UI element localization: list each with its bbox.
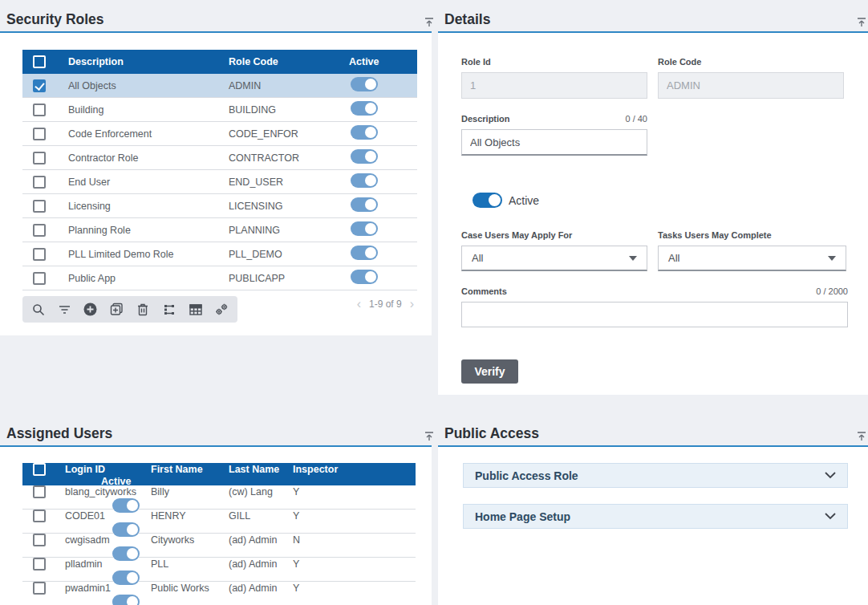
column-header-last-name: Last Name [229, 464, 293, 475]
table-toolbar [22, 296, 237, 323]
add-icon[interactable] [83, 302, 97, 316]
cell-description: Building [68, 104, 229, 116]
table-row[interactable]: Licensing LICENSING [22, 194, 417, 218]
row-checkbox[interactable] [33, 558, 46, 570]
row-checkbox[interactable] [33, 534, 46, 546]
active-toggle[interactable] [112, 498, 140, 513]
select-all-checkbox[interactable] [33, 463, 46, 476]
description-counter: 0 / 40 [625, 114, 647, 124]
description-field[interactable] [461, 129, 647, 156]
collapse-panel-icon[interactable] [423, 16, 436, 29]
active-toggle[interactable] [351, 149, 378, 164]
active-toggle[interactable] [351, 270, 378, 284]
table-row[interactable]: Building BUILDING [22, 98, 417, 122]
active-toggle[interactable] [351, 246, 378, 260]
active-toggle[interactable] [351, 77, 378, 91]
chevron-left-icon[interactable]: ‹ [357, 298, 361, 311]
comments-field[interactable] [461, 302, 848, 327]
cell-login-id: pwadmin1 [65, 583, 151, 594]
active-toggle[interactable] [351, 173, 378, 188]
role-code-field[interactable] [658, 72, 844, 99]
cell-inspector: Y [293, 510, 416, 522]
row-checkbox[interactable] [33, 176, 46, 189]
copy-add-icon[interactable] [110, 302, 124, 316]
table-row[interactable]: PLL Limited Demo Role PLL_DEMO [22, 242, 417, 266]
row-checkbox[interactable] [33, 510, 46, 522]
table-row[interactable]: pwadmin1 Public Works (ad) Admin Y [22, 582, 416, 605]
select-all-checkbox[interactable] [33, 55, 46, 68]
chevron-down-icon [825, 472, 836, 479]
row-checkbox[interactable] [33, 104, 46, 116]
active-toggle[interactable] [112, 546, 140, 561]
active-toggle[interactable] [351, 221, 378, 236]
table-row[interactable]: Public App PUBLICAPP [22, 266, 417, 290]
filter-icon[interactable] [58, 302, 71, 316]
column-header-first-name: First Name [151, 464, 229, 475]
role-code-label: Role Code [658, 57, 701, 67]
role-id-field[interactable] [461, 72, 647, 99]
row-checkbox[interactable] [33, 582, 46, 595]
search-icon[interactable] [31, 302, 45, 316]
comments-label: Comments [461, 286, 507, 296]
row-checkbox[interactable] [33, 224, 46, 237]
accordion-home-page-setup[interactable]: Home Page Setup [463, 504, 848, 529]
cell-last-name: (ad) Admin [229, 583, 293, 594]
active-toggle[interactable] [351, 125, 378, 140]
table-row[interactable]: plladmin PLL (ad) Admin Y [22, 558, 416, 582]
cell-login-id: CODE01 [65, 510, 151, 522]
active-toggle[interactable] [351, 197, 378, 212]
row-checkbox[interactable] [33, 152, 46, 164]
table-row[interactable]: CODE01 HENRY GILL Y [22, 510, 416, 534]
active-toggle[interactable] [351, 101, 378, 116]
tasks-users-dropdown[interactable]: All [658, 246, 846, 271]
active-toggle[interactable] [112, 522, 140, 537]
table-columns-icon[interactable] [189, 302, 202, 316]
cell-role-code: ADMIN [229, 80, 349, 91]
table-row[interactable]: Code Enforcement CODE_ENFOR [22, 122, 417, 146]
chevron-down-icon [825, 513, 836, 520]
active-toggle[interactable] [112, 570, 140, 585]
column-header-description: Description [68, 56, 229, 67]
cell-first-name: Cityworks [151, 534, 229, 546]
cell-role-code: END_USER [229, 177, 349, 188]
dropdown-caret-icon [629, 256, 637, 261]
cell-description: PLL Limited Demo Role [68, 249, 229, 260]
row-checkbox[interactable] [33, 485, 46, 498]
case-users-dropdown[interactable]: All [461, 246, 647, 271]
table-row[interactable]: End User END_USER [22, 170, 417, 194]
hierarchy-icon[interactable] [163, 302, 176, 316]
cell-inspector: Y [293, 583, 416, 594]
row-checkbox[interactable] [33, 79, 46, 92]
pagination: ‹ 1-9 of 9 › [357, 298, 414, 311]
admin-page: Security Roles Description Role Code Act… [0, 0, 868, 605]
delete-icon[interactable] [136, 302, 150, 316]
public-access-panel: Public Access Role Home Page Setup [438, 447, 868, 605]
assigned-users-title: Assigned Users [6, 425, 112, 442]
cell-last-name: GILL [229, 510, 293, 522]
verify-button[interactable]: Verify [461, 359, 518, 384]
collapse-panel-icon[interactable] [423, 430, 436, 443]
security-roles-table: Description Role Code Active All Objects… [22, 50, 417, 290]
table-row[interactable]: blang_cityworks Billy (cw) Lang Y [22, 485, 416, 510]
chevron-right-icon[interactable]: › [410, 298, 414, 311]
cell-role-code: PUBLICAPP [229, 273, 349, 284]
cell-description: Planning Role [68, 225, 229, 236]
table-row[interactable]: Planning Role PLANNING [22, 218, 417, 242]
cell-first-name: PLL [151, 558, 229, 570]
row-checkbox[interactable] [33, 200, 46, 213]
table-row[interactable]: All Objects ADMIN [22, 74, 417, 98]
accordion-public-access-role[interactable]: Public Access Role [463, 463, 848, 488]
table-row[interactable]: Contractor Role CONTRACTOR [22, 146, 417, 170]
table-row[interactable]: cwgisadm Cityworks (ad) Admin N [22, 534, 416, 558]
cell-inspector: Y [293, 486, 416, 497]
cell-description: Public App [68, 273, 229, 284]
row-checkbox[interactable] [33, 272, 46, 285]
cell-role-code: CODE_ENFOR [229, 128, 349, 140]
active-toggle[interactable] [112, 595, 140, 605]
collapse-panel-icon[interactable] [855, 16, 868, 29]
row-checkbox[interactable] [33, 128, 46, 140]
settings-gears-icon[interactable] [215, 302, 229, 316]
active-toggle[interactable] [473, 193, 502, 208]
row-checkbox[interactable] [33, 248, 46, 261]
collapse-panel-icon[interactable] [855, 430, 868, 443]
